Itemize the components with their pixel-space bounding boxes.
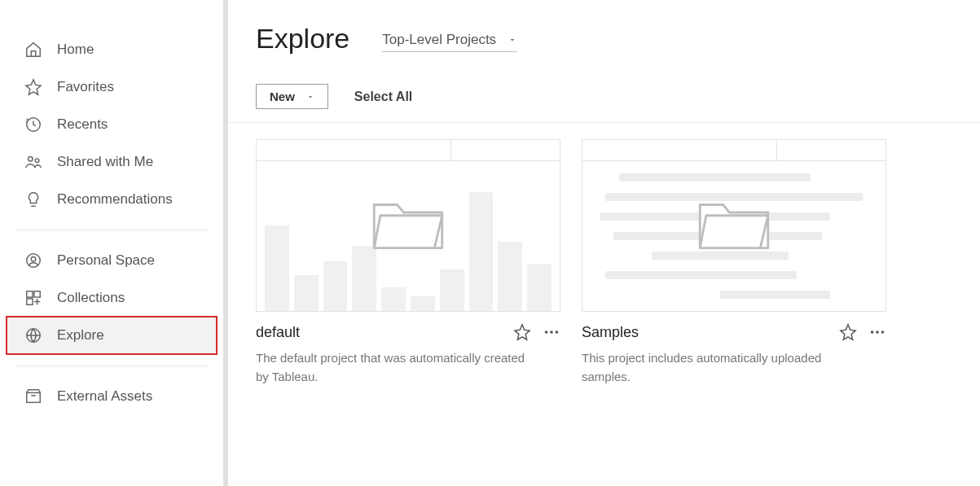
main-content: Explore Top-Level Projects New Select Al… (228, 0, 980, 486)
favorite-star-icon[interactable] (513, 323, 531, 341)
svg-point-10 (545, 331, 548, 334)
globe-icon (24, 326, 42, 344)
home-icon (24, 41, 42, 59)
svg-point-2 (35, 159, 39, 163)
favorite-star-icon[interactable] (839, 323, 857, 341)
person-icon (24, 252, 42, 269)
chevron-down-icon (306, 93, 314, 101)
sidebar-item-collections[interactable]: Collections (7, 279, 217, 317)
more-actions-icon[interactable] (543, 323, 560, 341)
sidebar-item-home[interactable]: Home (7, 31, 217, 68)
sidebar-item-label: Shared with Me (57, 154, 153, 170)
folder-icon (695, 192, 773, 252)
svg-point-14 (876, 331, 879, 334)
chevron-down-icon (508, 35, 517, 45)
star-icon (24, 78, 42, 96)
project-description: This project includes automatically uplo… (582, 349, 867, 386)
sidebar-item-label: Favorites (57, 79, 114, 95)
svg-point-1 (29, 157, 33, 162)
divider (15, 366, 209, 366)
svg-point-4 (31, 256, 36, 261)
svg-point-13 (871, 331, 874, 334)
svg-rect-6 (34, 291, 40, 297)
svg-point-11 (550, 331, 553, 334)
sidebar-item-label: Collections (57, 290, 125, 306)
bulb-icon (24, 190, 42, 208)
select-all-button[interactable]: Select All (354, 90, 412, 104)
grid-icon (24, 289, 42, 307)
sidebar-item-personal-space[interactable]: Personal Space (7, 242, 217, 279)
sidebar-item-recents[interactable]: Recents (7, 106, 217, 143)
breadcrumb-dropdown[interactable]: Top-Level Projects (382, 32, 517, 52)
svg-rect-9 (27, 392, 41, 402)
box-icon (24, 387, 42, 405)
svg-rect-7 (27, 299, 33, 304)
sidebar-item-label: External Assets (57, 388, 152, 405)
breadcrumb-label: Top-Level Projects (382, 32, 496, 48)
sidebar-item-external-assets[interactable]: External Assets (7, 378, 217, 415)
folder-icon (369, 192, 447, 252)
new-button[interactable]: New (256, 84, 328, 109)
svg-point-15 (881, 331, 885, 334)
sidebar-item-shared[interactable]: Shared with Me (7, 143, 217, 181)
sidebar: Home Favorites Recents Shared with Me Re… (0, 0, 228, 486)
sidebar-item-explore[interactable]: Explore (7, 317, 217, 354)
project-thumbnail (256, 139, 560, 312)
sidebar-item-label: Recommendations (57, 191, 173, 208)
sidebar-item-label: Personal Space (57, 252, 155, 269)
project-title: Samples (582, 324, 639, 341)
project-title: default (256, 324, 300, 341)
svg-rect-5 (27, 291, 33, 297)
sidebar-item-recommendations[interactable]: Recommendations (7, 181, 217, 218)
project-card[interactable]: default The default project that was aut… (256, 139, 560, 386)
new-button-label: New (270, 90, 295, 103)
sidebar-item-favorites[interactable]: Favorites (7, 68, 217, 106)
project-card[interactable]: Samples This project includes automatica… (582, 139, 886, 386)
sidebar-item-label: Home (57, 42, 94, 58)
clock-icon (24, 116, 42, 134)
sidebar-item-label: Explore (57, 327, 104, 344)
more-actions-icon[interactable] (868, 323, 886, 341)
divider (15, 230, 209, 230)
svg-point-12 (556, 331, 559, 334)
project-thumbnail (582, 139, 886, 312)
sidebar-item-label: Recents (57, 116, 108, 133)
page-title: Explore (256, 23, 349, 55)
people-icon (24, 153, 42, 171)
project-description: The default project that was automatical… (256, 349, 541, 386)
